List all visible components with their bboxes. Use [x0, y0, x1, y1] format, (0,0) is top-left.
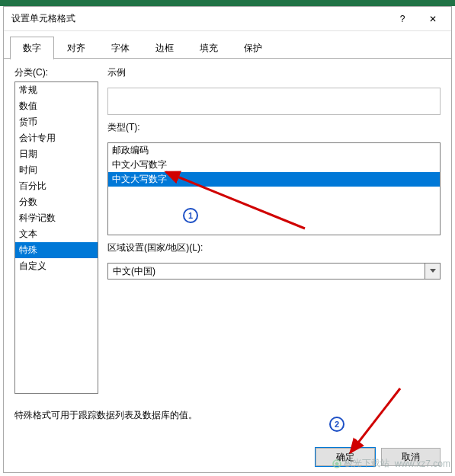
help-button[interactable]: ? — [387, 8, 418, 30]
detail-panel: 示例 类型(T): 邮政编码中文小写数字中文大写数字 区域设置(国家/地区)(L… — [107, 66, 441, 394]
category-item[interactable]: 自定义 — [15, 258, 98, 274]
type-list[interactable]: 邮政编码中文小写数字中文大写数字 — [107, 142, 441, 235]
category-item[interactable]: 会计专用 — [15, 130, 98, 146]
locale-value: 中文(中国) — [107, 263, 425, 280]
window-buttons: ? ✕ — [387, 8, 448, 30]
format-cells-dialog: 设置单元格格式 ? ✕ 数字对齐字体边框填充保护 分类(C): 常规数值货币会计… — [3, 6, 452, 473]
cancel-button[interactable]: 取消 — [381, 448, 441, 466]
ok-button[interactable]: 确定 — [316, 448, 375, 466]
locale-select[interactable]: 中文(中国) — [107, 263, 441, 280]
category-item[interactable]: 时间 — [15, 162, 98, 178]
sample-label: 示例 — [107, 66, 441, 79]
close-button[interactable]: ✕ — [418, 8, 448, 30]
dialog-footer: 确定 取消 — [14, 448, 441, 466]
type-label: 类型(T): — [107, 121, 441, 134]
app-ribbon — [0, 0, 455, 6]
tab-strip: 数字对齐字体边框填充保护 — [4, 31, 451, 59]
category-item[interactable]: 特殊 — [15, 242, 98, 258]
titlebar: 设置单元格格式 ? ✕ — [4, 7, 451, 31]
chevron-down-icon — [430, 269, 436, 273]
tab-对齐[interactable]: 对齐 — [54, 37, 98, 59]
dialog-title: 设置单元格格式 — [11, 12, 75, 25]
category-item[interactable]: 百分比 — [15, 178, 98, 194]
category-item[interactable]: 货币 — [15, 114, 98, 130]
category-item[interactable]: 科学记数 — [15, 210, 98, 226]
description-text: 特殊格式可用于跟踪数据列表及数据库的值。 — [14, 409, 441, 422]
tab-保护[interactable]: 保护 — [231, 37, 275, 59]
category-list[interactable]: 常规数值货币会计专用日期时间百分比分数科学记数文本特殊自定义 — [14, 81, 98, 394]
type-item[interactable]: 中文小写数字 — [108, 158, 440, 172]
dialog-body: 分类(C): 常规数值货币会计专用日期时间百分比分数科学记数文本特殊自定义 示例… — [4, 59, 451, 472]
tab-数字[interactable]: 数字 — [10, 37, 54, 59]
category-item[interactable]: 文本 — [15, 226, 98, 242]
category-label: 分类(C): — [14, 66, 98, 79]
type-item[interactable]: 中文大写数字 — [108, 172, 440, 187]
type-item[interactable]: 邮政编码 — [108, 143, 440, 158]
sample-box — [107, 88, 441, 115]
tab-字体[interactable]: 字体 — [98, 37, 143, 59]
tab-填充[interactable]: 填充 — [187, 37, 231, 59]
category-item[interactable]: 分数 — [15, 194, 98, 210]
locale-dropdown-button[interactable] — [425, 263, 441, 280]
locale-label: 区域设置(国家/地区)(L): — [107, 241, 441, 254]
category-item[interactable]: 常规 — [15, 82, 98, 98]
tab-边框[interactable]: 边框 — [143, 37, 187, 59]
category-panel: 分类(C): 常规数值货币会计专用日期时间百分比分数科学记数文本特殊自定义 — [14, 66, 98, 394]
upper-pane: 分类(C): 常规数值货币会计专用日期时间百分比分数科学记数文本特殊自定义 示例… — [14, 66, 441, 394]
category-item[interactable]: 日期 — [15, 146, 98, 162]
category-item[interactable]: 数值 — [15, 98, 98, 114]
